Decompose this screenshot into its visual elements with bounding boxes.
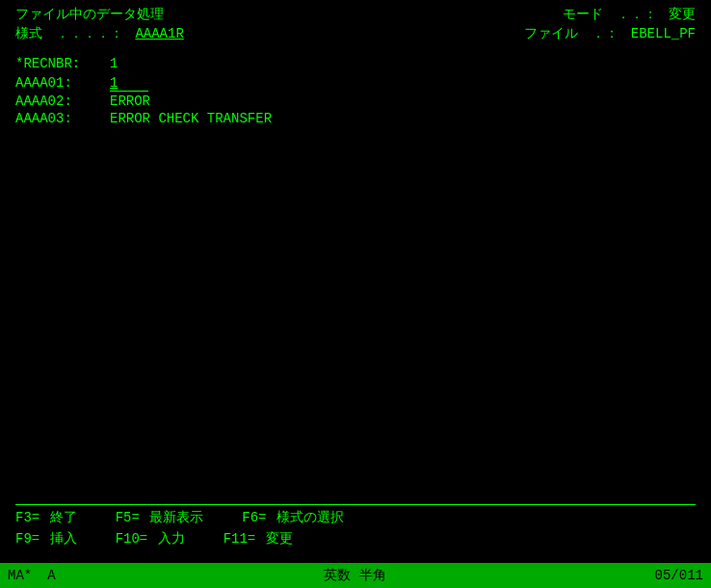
aaaa01-value[interactable]: 1 <box>110 75 148 92</box>
f5-desc: 最新表示 <box>149 510 203 525</box>
status-bar: MA* A 英数 半角 05/011 <box>0 563 711 588</box>
style-value: AAAA1R <box>135 26 183 41</box>
fkey-f10[interactable]: F10= 入力 <box>116 530 185 548</box>
file-label: ファイル ．： <box>524 26 619 41</box>
aaaa03-label: AAAA03: <box>15 111 102 126</box>
f3-key: F3= <box>15 510 40 525</box>
file-field: ファイル ．： EBELL_PF <box>524 25 696 42</box>
status-ma: MA* <box>8 568 32 583</box>
f5-key: F5= <box>116 510 140 525</box>
style-field: 様式 ．．．．： AAAA1R <box>15 25 184 42</box>
fkey-row-2: F9= 挿入 F10= 入力 F11= 変更 <box>15 530 696 548</box>
status-right: 05/011 <box>655 568 703 583</box>
fkey-f5[interactable]: F5= 最新表示 <box>116 509 204 526</box>
style-label: 様式 ．．．．： <box>15 26 123 41</box>
main-screen: ファイル中のデータ処理 モード ．．： 変更 様式 ．．．．： AAAA1R フ… <box>0 0 711 588</box>
fkey-f9[interactable]: F9= 挿入 <box>15 530 77 548</box>
f11-key: F11= <box>224 531 256 547</box>
header-title: ファイル中のデータ処理 <box>15 6 164 23</box>
fkey-row-1: F3= 終了 F5= 最新表示 F6= 様式の選択 <box>15 509 696 526</box>
mode-value: 変更 <box>669 7 696 22</box>
fkey-f6[interactable]: F6= 様式の選択 <box>242 509 344 526</box>
header-mode: モード ．．： 変更 <box>563 6 696 23</box>
aaaa03-row: AAAA03: ERROR CHECK TRANSFER <box>15 111 696 126</box>
recnbr-label: *RECNBR: <box>15 56 102 71</box>
fkey-f3[interactable]: F3= 終了 <box>15 509 77 526</box>
recnbr-row: *RECNBR: 1 <box>15 56 696 71</box>
f10-desc: 入力 <box>158 531 185 547</box>
status-center: 英数 半角 <box>324 567 385 584</box>
f6-desc: 様式の選択 <box>276 510 344 525</box>
divider <box>15 504 696 505</box>
header-section: ファイル中のデータ処理 モード ．．： 変更 様式 ．．．．： AAAA1R フ… <box>0 0 711 44</box>
f11-desc: 変更 <box>266 531 293 547</box>
content-area: *RECNBR: 1 AAAA01: 1 AAAA02: ERROR AAAA0… <box>0 44 711 136</box>
f10-key: F10= <box>116 531 148 547</box>
aaaa01-row: AAAA01: 1 <box>15 75 696 92</box>
aaaa02-row: AAAA02: ERROR <box>15 94 696 109</box>
mode-label: モード ．．： <box>563 7 657 22</box>
status-left: MA* A <box>8 568 56 583</box>
f6-key: F6= <box>242 510 266 525</box>
recnbr-value: 1 <box>110 56 118 71</box>
aaaa01-label: AAAA01: <box>15 75 102 91</box>
f9-key: F9= <box>15 531 40 547</box>
f3-desc: 終了 <box>50 510 77 525</box>
status-a: A <box>47 568 55 583</box>
function-keys-area: F3= 終了 F5= 最新表示 F6= 様式の選択 F9= 挿入 F10= 入力 <box>0 496 711 559</box>
aaaa02-label: AAAA02: <box>15 94 102 109</box>
fkey-f11[interactable]: F11= 変更 <box>224 530 293 548</box>
f9-desc: 挿入 <box>50 531 77 547</box>
file-value: EBELL_PF <box>631 26 696 41</box>
header-top-row: ファイル中のデータ処理 モード ．．： 変更 <box>15 6 696 23</box>
header-bottom-row: 様式 ．．．．： AAAA1R ファイル ．： EBELL_PF <box>15 25 696 42</box>
aaaa03-value: ERROR CHECK TRANSFER <box>110 111 272 126</box>
aaaa02-value: ERROR <box>110 94 150 109</box>
